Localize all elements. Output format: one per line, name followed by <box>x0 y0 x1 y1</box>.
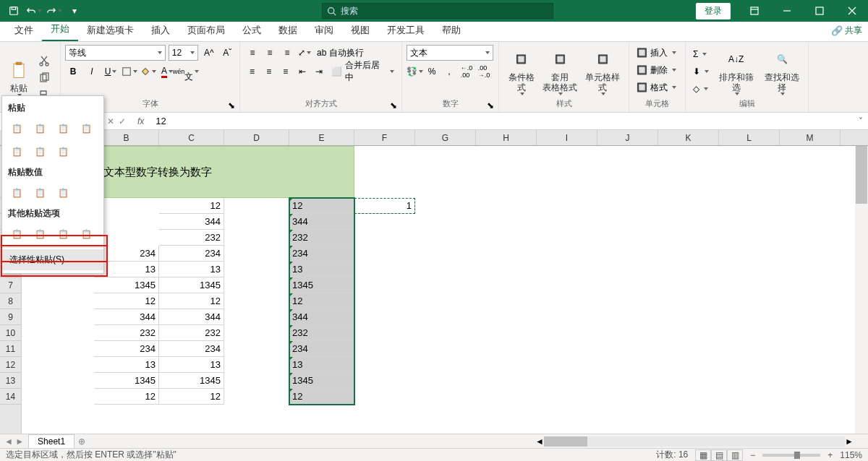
cell-C11[interactable]: 234 <box>159 341 224 357</box>
cell-E6[interactable]: 13 <box>289 262 354 277</box>
decrease-decimal-button[interactable]: .00→.0 <box>476 64 492 79</box>
fill-color-button[interactable] <box>140 64 156 79</box>
tab-file[interactable]: 文件 <box>6 20 42 41</box>
column-header-C[interactable]: C <box>159 130 224 145</box>
cell-style-button[interactable]: 🔲单元格样式 <box>581 45 624 98</box>
merged-header-cell[interactable]: 文本型数字转换为数字 <box>94 146 354 198</box>
login-button[interactable]: 登录 <box>696 3 731 20</box>
ribbon-display-button[interactable] <box>738 0 770 22</box>
border-button[interactable] <box>122 64 137 79</box>
align-left-button[interactable]: ≡ <box>244 64 260 79</box>
share-button[interactable]: 🔗 共享 <box>831 25 862 37</box>
tab-newtab[interactable]: 新建选项卡 <box>78 20 142 41</box>
column-header-G[interactable]: G <box>415 130 476 145</box>
cut-button[interactable] <box>36 53 52 69</box>
underline-button[interactable]: U <box>103 64 119 79</box>
delete-cells-button[interactable]: 🔲 删除 <box>634 62 681 78</box>
paste-option-link[interactable]: 📋 <box>30 224 50 244</box>
align-right-button[interactable]: ≡ <box>278 64 293 79</box>
align-dialog-launcher[interactable]: ⬊ <box>390 100 400 111</box>
paste-option-keep-source[interactable]: 📋 <box>76 119 96 139</box>
cell-E7[interactable]: 1345 <box>289 277 354 293</box>
formula-bar[interactable]: 12 <box>150 116 854 126</box>
search-input[interactable]: 搜索 <box>322 3 553 19</box>
save-button[interactable] <box>4 1 23 20</box>
row-header-9[interactable]: 9 <box>0 309 21 325</box>
tab-data[interactable]: 数据 <box>270 20 306 41</box>
increase-indent-button[interactable]: ⇥ <box>312 64 327 79</box>
align-center-button[interactable]: ≡ <box>261 64 276 79</box>
autosum-button[interactable]: Σ <box>690 46 712 62</box>
cell-E3[interactable]: 344 <box>289 214 354 230</box>
cancel-entry-button[interactable]: ✕ <box>107 116 114 126</box>
fill-button[interactable]: ⬇ <box>690 64 712 79</box>
cell-C13[interactable]: 1345 <box>159 373 224 389</box>
align-top-button[interactable]: ≡ <box>244 45 260 61</box>
paste-option-all[interactable]: 📋 <box>7 119 27 139</box>
tab-dev[interactable]: 开发工具 <box>378 20 433 41</box>
maximize-button[interactable] <box>803 0 835 22</box>
column-header-F[interactable]: F <box>354 130 415 145</box>
cell-E9[interactable]: 344 <box>289 309 354 325</box>
row-header-8[interactable]: 8 <box>0 293 21 309</box>
cell-C6[interactable]: 13 <box>159 262 224 277</box>
cell-E14[interactable]: 12 <box>289 389 354 405</box>
cell-E4[interactable]: 232 <box>289 230 354 246</box>
copy-button[interactable] <box>36 70 52 86</box>
minimize-button[interactable] <box>770 0 803 22</box>
increase-font-button[interactable]: A^ <box>201 45 216 61</box>
tab-view[interactable]: 视图 <box>342 20 378 41</box>
cell-F2[interactable]: 1 <box>354 198 415 214</box>
align-bottom-button[interactable]: ≡ <box>279 45 295 61</box>
paste-option-no-borders[interactable]: 📋 <box>7 142 27 162</box>
cell-B7[interactable]: 1345 <box>94 277 159 293</box>
paste-option-transpose[interactable]: 📋 <box>53 142 73 162</box>
cell-C12[interactable]: 13 <box>159 357 224 373</box>
cell-B9[interactable]: 344 <box>94 309 159 325</box>
insert-cells-button[interactable]: 🔲 插入 <box>634 45 681 61</box>
column-header-L[interactable]: L <box>719 130 780 145</box>
paste-option-formatting[interactable]: 📋 <box>7 224 27 244</box>
number-format-combo[interactable]: 文本 <box>407 45 493 61</box>
cell-B14[interactable]: 12 <box>94 389 159 405</box>
sort-filter-button[interactable]: A↓Z排序和筛选 <box>715 45 758 98</box>
paste-option-values-number[interactable]: 📋 <box>30 183 50 203</box>
italic-button[interactable]: I <box>84 64 100 79</box>
table-format-button[interactable]: 🔲套用 表格格式 <box>542 45 579 98</box>
sheet-nav[interactable]: ◄ ► <box>0 436 28 447</box>
paste-option-formulas-formatting[interactable]: 📋 <box>53 119 73 139</box>
expand-formula-bar-button[interactable]: ˅ <box>854 116 868 126</box>
paste-option-values-source[interactable]: 📋 <box>53 183 73 203</box>
clear-button[interactable]: ◇ <box>690 81 712 97</box>
cell-E8[interactable]: 12 <box>289 293 354 309</box>
cell-B8[interactable]: 12 <box>94 293 159 309</box>
view-layout-button[interactable]: ▤ <box>711 449 727 461</box>
vertical-scrollbar[interactable] <box>855 146 868 434</box>
horizontal-scrollbar[interactable]: ◄► <box>535 436 854 447</box>
cell-C14[interactable]: 12 <box>159 389 224 405</box>
cell-E12[interactable]: 13 <box>289 357 354 373</box>
merge-center-button[interactable]: ⬜ 合并后居中 <box>328 64 397 79</box>
add-sheet-button[interactable]: ⊕ <box>75 436 89 447</box>
paste-special-menu-item[interactable]: 选择性粘贴(S)... <box>2 249 103 270</box>
row-header-13[interactable]: 13 <box>0 373 21 389</box>
column-header-H[interactable]: H <box>476 130 537 145</box>
tab-home[interactable]: 开始 <box>42 18 78 41</box>
paste-option-picture[interactable]: 📋 <box>53 224 73 244</box>
font-size-combo[interactable]: 12 <box>169 45 198 61</box>
confirm-entry-button[interactable]: ✓ <box>119 116 126 126</box>
row-header-7[interactable]: 7 <box>0 277 21 293</box>
row-header-11[interactable]: 11 <box>0 341 21 357</box>
column-header-I[interactable]: I <box>537 130 597 145</box>
column-header-M[interactable]: M <box>780 130 841 145</box>
paste-option-linked-picture[interactable]: 📋 <box>76 224 96 244</box>
cell-C8[interactable]: 12 <box>159 293 224 309</box>
cell-B13[interactable]: 1345 <box>94 373 159 389</box>
font-dialog-launcher[interactable]: ⬊ <box>228 100 238 111</box>
font-name-combo[interactable]: 等线 <box>65 45 166 61</box>
row-header-12[interactable]: 12 <box>0 357 21 373</box>
cell-C9[interactable]: 344 <box>159 309 224 325</box>
row-header-10[interactable]: 10 <box>0 325 21 341</box>
increase-decimal-button[interactable]: ←.0.00 <box>459 64 475 79</box>
cell-E11[interactable]: 234 <box>289 341 354 357</box>
